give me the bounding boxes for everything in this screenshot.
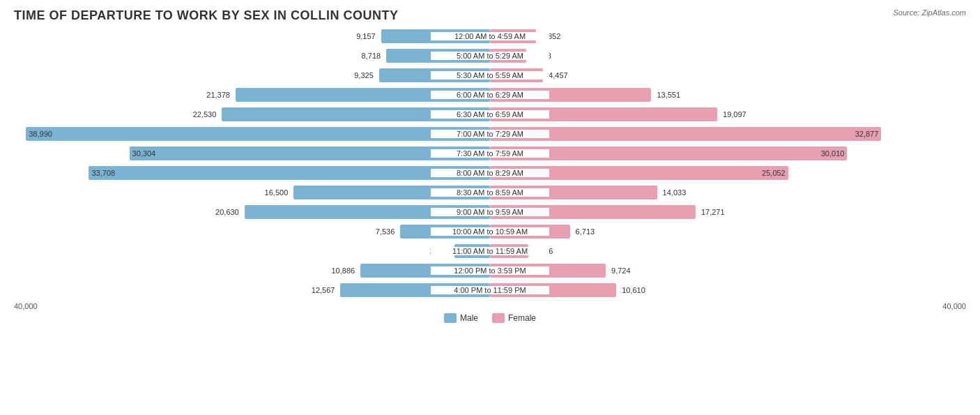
bar-male: 33,708 xyxy=(89,166,490,180)
bar-left-label: 9,325 xyxy=(354,71,374,80)
time-label: 9:00 AM to 9:59 AM xyxy=(431,208,549,216)
chart-row: 9,15712:00 AM to 4:59 AM3,852 xyxy=(14,27,966,45)
bar-right-container: 4,457 xyxy=(490,68,966,82)
chart-row: 8,7185:00 AM to 5:29 AM3,063 xyxy=(14,47,966,65)
time-label: 5:00 AM to 5:29 AM xyxy=(431,52,549,60)
bar-right-container: 10,610 xyxy=(490,283,966,297)
bar-right-label: 14,033 xyxy=(663,188,687,197)
legend-female-color xyxy=(492,313,505,323)
chart-row: 9,3255:30 AM to 5:59 AM4,457 xyxy=(14,66,966,84)
bar-male-inside-label: 38,990 xyxy=(29,130,52,138)
bar-left-label: 9,157 xyxy=(356,32,376,40)
bar-left-label: 16,500 xyxy=(265,188,289,197)
source-label: Source: ZipAtlas.com xyxy=(893,8,966,17)
bar-left-container: 16,500 xyxy=(14,186,490,199)
axis-left: 40,000 xyxy=(14,302,38,310)
bar-right-container: 6,713 xyxy=(490,225,966,239)
bar-left-container: 2,967 xyxy=(14,244,490,258)
bar-left-container: 7,536 xyxy=(14,225,490,239)
bar-left-container: 8,718 xyxy=(14,49,490,63)
bar-left-label: 8,718 xyxy=(362,52,381,60)
bar-right-container: 9,724 xyxy=(490,264,966,278)
chart-row: 21,3786:00 AM to 6:29 AM13,551 xyxy=(14,86,966,104)
bar-left-label: 20,630 xyxy=(215,208,239,216)
bar-right-label: 6,713 xyxy=(576,227,595,236)
bar-right-container: 13,551 xyxy=(490,88,966,102)
time-label: 12:00 AM to 4:59 AM xyxy=(431,32,549,40)
bar-left-container: 10,886 xyxy=(14,264,490,278)
legend: Male Female xyxy=(14,313,966,323)
time-label: 7:30 AM to 7:59 AM xyxy=(431,149,549,158)
bar-right-container: 3,206 xyxy=(490,244,966,258)
bar-left-label: 21,378 xyxy=(206,91,230,99)
bar-right-label: 13,551 xyxy=(657,91,680,99)
bar-right-label: 19,097 xyxy=(723,110,747,119)
time-label: 6:30 AM to 6:59 AM xyxy=(431,110,549,119)
time-label: 5:30 AM to 5:59 AM xyxy=(431,71,549,80)
bar-male-inside-label: 33,708 xyxy=(91,169,115,177)
rows-wrapper: 9,15712:00 AM to 4:59 AM3,8528,7185:00 A… xyxy=(14,27,966,299)
bar-right-container: 3,852 xyxy=(490,29,966,43)
chart-row: 10,88612:00 PM to 3:59 PM9,724 xyxy=(14,262,966,280)
bar-left-container: 22,530 xyxy=(14,107,490,121)
bar-left-container: 12,567 xyxy=(14,283,490,297)
bar-left-container: 9,325 xyxy=(14,68,490,82)
bar-right-label: 9,724 xyxy=(611,266,631,275)
chart-row: 12,5674:00 PM to 11:59 PM10,610 xyxy=(14,281,966,299)
legend-male-label: Male xyxy=(460,313,478,323)
legend-female: Female xyxy=(492,313,536,323)
axis-right: 40,000 xyxy=(942,302,966,310)
chart-row: 22,5306:30 AM to 6:59 AM19,097 xyxy=(14,105,966,123)
chart-row: 7,53610:00 AM to 10:59 AM6,713 xyxy=(14,222,966,241)
chart-row: 16,5008:30 AM to 8:59 AM14,033 xyxy=(14,183,966,202)
bar-left-container: 9,157 xyxy=(14,29,490,43)
bar-right-container: 19,097 xyxy=(490,107,966,121)
time-label: 4:00 PM to 11:59 PM xyxy=(431,286,549,294)
time-label: 6:00 AM to 6:29 AM xyxy=(431,91,549,99)
time-label: 8:30 AM to 8:59 AM xyxy=(431,188,549,197)
chart-row: 38,9907:00 AM to 7:29 AM32,877 xyxy=(14,125,966,143)
legend-male: Male xyxy=(444,313,478,323)
bar-male-inside-label: 30,304 xyxy=(132,149,156,158)
bar-left-container: 38,990 xyxy=(14,127,490,141)
chart-row: 33,7088:00 AM to 8:29 AM25,052 xyxy=(14,164,966,182)
time-label: 12:00 PM to 3:59 PM xyxy=(431,266,549,275)
bar-right-label: 4,457 xyxy=(549,71,568,80)
chart-row: 2,96711:00 AM to 11:59 AM3,206 xyxy=(14,242,966,260)
time-label: 7:00 AM to 7:29 AM xyxy=(431,130,549,138)
bar-male: 38,990 xyxy=(26,127,490,141)
bar-left-label: 7,536 xyxy=(376,227,395,236)
chart-area: 9,15712:00 AM to 4:59 AM3,8528,7185:00 A… xyxy=(14,27,966,364)
bar-left-container: 21,378 xyxy=(14,88,490,102)
time-label: 11:00 AM to 11:59 AM xyxy=(431,247,549,255)
bar-right-label: 10,610 xyxy=(622,286,645,294)
bar-left-container: 20,630 xyxy=(14,205,490,219)
bar-female-inside-label: 32,877 xyxy=(855,130,879,138)
bar-left-label: 10,886 xyxy=(331,266,355,275)
bar-right-container: 30,010 xyxy=(490,146,966,160)
time-label: 8:00 AM to 8:29 AM xyxy=(431,169,549,177)
chart-row: 30,3047:30 AM to 7:59 AM30,010 xyxy=(14,144,966,163)
bar-right-container: 17,271 xyxy=(490,205,966,219)
bar-right-container: 25,052 xyxy=(490,166,966,180)
bar-female-inside-label: 30,010 xyxy=(821,149,845,158)
bar-right-label: 17,271 xyxy=(701,208,725,216)
bar-left-container: 33,708 xyxy=(14,166,490,180)
bar-left-label: 22,530 xyxy=(193,110,217,119)
legend-male-color xyxy=(444,313,457,323)
axis-labels: 40,000 40,000 xyxy=(14,302,966,310)
bar-right-container: 32,877 xyxy=(490,127,966,141)
legend-female-label: Female xyxy=(508,313,536,323)
chart-title: TIME OF DEPARTURE TO WORK BY SEX IN COLL… xyxy=(14,8,966,23)
bar-right-container: 14,033 xyxy=(490,186,966,199)
bar-left-label: 12,567 xyxy=(312,286,335,294)
bar-right-container: 3,063 xyxy=(490,49,966,63)
chart-row: 20,6309:00 AM to 9:59 AM17,271 xyxy=(14,203,966,221)
bar-female-inside-label: 25,052 xyxy=(762,169,786,177)
time-label: 10:00 AM to 10:59 AM xyxy=(431,227,549,236)
bar-left-container: 30,304 xyxy=(14,146,490,160)
chart-container: TIME OF DEPARTURE TO WORK BY SEX IN COLL… xyxy=(0,0,980,415)
